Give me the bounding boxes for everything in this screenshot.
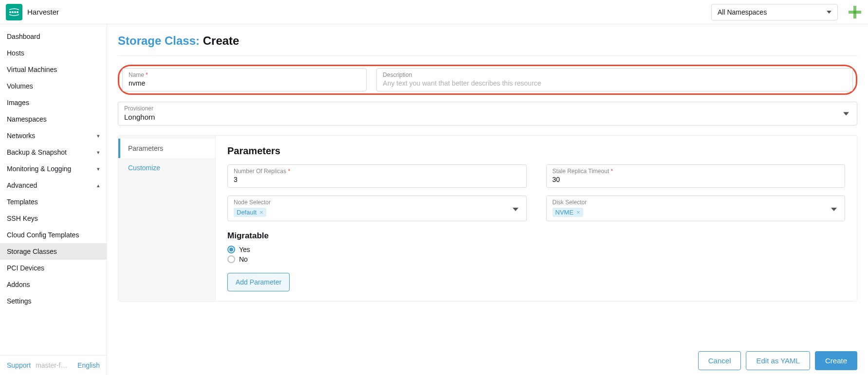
remove-tag-icon[interactable]: × [259,209,263,216]
stale-timeout-field-wrapper[interactable]: Stale Replica Timeout * [546,164,846,188]
svg-rect-5 [849,11,853,14]
svg-point-2 [14,11,16,13]
tab-parameters[interactable]: Parameters [118,139,215,158]
radio-unselected-icon [227,255,235,263]
svg-rect-6 [853,11,856,14]
brand-name: Harvester [27,8,59,16]
sidebar-group-backup-snapshot[interactable]: Backup & Snapshot▾ [0,144,107,161]
name-field-wrapper[interactable]: Name * [122,68,367,91]
sidebar-item-templates[interactable]: Templates [0,194,107,210]
avatar-icon [848,5,862,19]
tab-customize[interactable]: Customize [118,158,215,178]
cancel-button[interactable]: Cancel [698,351,741,370]
description-field-wrapper[interactable]: Description [376,68,853,91]
description-input[interactable] [383,79,847,87]
stale-timeout-label: Stale Replica Timeout * [553,168,839,175]
header: Harvester All Namespaces [0,0,868,24]
migratable-heading: Migratable [227,231,845,241]
brand-logo[interactable] [6,4,22,20]
tabbed-panel: Parameters Customize Parameters Number O… [118,135,857,302]
user-avatar[interactable] [848,5,862,19]
disk-selector-label: Disk Selector [553,199,839,206]
edit-as-yaml-button[interactable]: Edit as YAML [746,351,810,370]
chevron-down-icon: ▾ [97,149,100,156]
sidebar-item-namespaces[interactable]: Namespaces [0,111,107,127]
tab-content-parameters: Parameters Number Of Replicas * Stale Re… [216,136,857,301]
node-selector-label: Node Selector [234,199,520,206]
sidebar-item-addons[interactable]: Addons [0,276,107,293]
sidebar-item-cloud-config-templates[interactable]: Cloud Config Templates [0,227,107,243]
support-link[interactable]: Support [7,361,31,369]
footer-actions: Cancel Edit as YAML Create [698,351,857,370]
migratable-no-label: No [239,255,248,263]
sidebar-group-monitoring-logging[interactable]: Monitoring & Logging▾ [0,161,107,177]
add-parameter-button[interactable]: Add Parameter [227,273,290,291]
namespace-selector[interactable]: All Namespaces [711,4,838,20]
name-label: Name * [129,71,360,78]
tab-column: Parameters Customize [118,136,216,301]
chevron-down-icon: ▾ [97,166,100,172]
sidebar-item-images[interactable]: Images [0,94,107,111]
replicas-label: Number Of Replicas * [234,168,520,175]
breadcrumb-leaf: Create [203,34,240,47]
sidebar-item-pci-devices[interactable]: PCI Devices [0,260,107,276]
harvester-logo-icon [8,8,20,17]
page-title: Storage Class: Create [118,34,857,56]
radio-selected-icon [227,246,235,253]
svg-rect-7 [856,11,861,14]
language-selector[interactable]: English [77,361,100,369]
sidebar-item-volumes[interactable]: Volumes [0,78,107,94]
migratable-yes-label: Yes [239,246,250,253]
stale-timeout-input[interactable] [553,176,839,183]
provisioner-label: Provisioner [124,105,851,112]
breadcrumb-parent[interactable]: Storage Class: [118,34,200,47]
name-input[interactable] [129,79,360,87]
node-selector-select[interactable]: Node Selector Default × [227,196,527,221]
remove-tag-icon[interactable]: × [576,209,580,216]
sidebar-group-advanced[interactable]: Advanced▴ [0,177,107,194]
disk-selector-select[interactable]: Disk Selector NVME × [546,196,846,221]
provisioner-select[interactable]: Provisioner Longhorn [118,102,857,125]
sidebar-footer: Support master-f… English [0,355,107,375]
sidebar-item-ssh-keys[interactable]: SSH Keys [0,210,107,227]
sidebar-item-dashboard[interactable]: Dashboard [0,28,107,45]
node-selector-tag: Default × [234,208,266,217]
parameters-heading: Parameters [227,145,845,157]
chevron-down-icon: ▾ [97,133,100,139]
version-label: master-f… [36,361,67,369]
sidebar-item-storage-classes[interactable]: Storage Classes [0,243,107,260]
create-button[interactable]: Create [815,351,857,370]
namespace-selected: All Namespaces [718,8,767,16]
sidebar-item-virtual-machines[interactable]: Virtual Machines [0,61,107,78]
migratable-no-radio[interactable]: No [227,255,845,263]
replicas-field-wrapper[interactable]: Number Of Replicas * [227,164,527,188]
svg-point-1 [12,11,14,13]
sidebar-item-hosts[interactable]: Hosts [0,45,107,61]
replicas-input[interactable] [234,176,520,183]
provisioner-value: Longhorn [124,113,851,121]
sidebar-group-networks[interactable]: Networks▾ [0,127,107,144]
sidebar: Dashboard Hosts Virtual Machines Volumes… [0,24,107,375]
svg-rect-8 [853,14,856,18]
svg-point-0 [9,11,11,13]
highlight-annotation: Name * Description [118,65,857,95]
sidebar-item-settings[interactable]: Settings [0,293,107,309]
migratable-yes-radio[interactable]: Yes [227,246,845,253]
description-label: Description [383,71,847,78]
svg-point-3 [17,11,18,13]
chevron-up-icon: ▴ [97,182,100,189]
svg-rect-4 [853,6,856,11]
disk-selector-tag: NVME × [553,208,583,217]
